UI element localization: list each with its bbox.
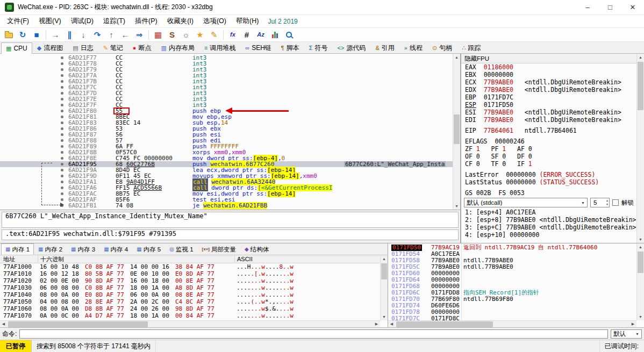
register-row[interactable]: LastError 00000000 (ERROR_SUCCESS)	[461, 171, 636, 178]
register-row[interactable]: ZF 1 PF 1 AF 0	[461, 145, 636, 153]
patches-button[interactable]: ▦	[152, 29, 164, 41]
scroll-left-arrow[interactable]: ◀	[0, 321, 7, 328]
register-row[interactable]: ECX 77B9ABE0 <ntdll.DbgUiRemoteBreakin>	[461, 78, 636, 86]
breakpoint-dot[interactable]	[61, 80, 63, 83]
menu-debug[interactable]: 调试(D)	[66, 15, 98, 27]
breakpoint-dot[interactable]	[61, 181, 63, 183]
stack-hscrollbar[interactable]: ◀ ▶	[388, 320, 636, 327]
animate-into-button[interactable]: ⇒	[133, 29, 146, 41]
step-back-button[interactable]: ←	[119, 29, 132, 41]
tab-graph[interactable]: ◆流程图	[32, 42, 68, 53]
scroll-track[interactable]	[637, 61, 644, 236]
scroll-left-arrow[interactable]: ◀	[388, 321, 395, 328]
tab-symbols[interactable]: Σ符号	[304, 42, 333, 53]
tab-memory-5[interactable]: ▦内存 5	[132, 243, 165, 255]
graph-button[interactable]	[268, 29, 281, 41]
stack-row[interactable]: 0171FD74D60FE6D6	[388, 303, 636, 309]
dump-row[interactable]: 77AF10700A 00 0C 00A4 D7 AF 7718 00 1A 0…	[0, 312, 380, 319]
menu-file[interactable]: 文件(F)	[2, 15, 34, 27]
registers-pane[interactable]: 隐藏FPU EAX 01186000EBX 00000000ECX 77B9AB…	[461, 54, 644, 243]
breakpoint-dot[interactable]	[61, 163, 63, 166]
breakpoint-dot[interactable]	[61, 133, 63, 136]
menu-help[interactable]: 帮助(H)	[231, 15, 263, 27]
breakpoint-dot[interactable]	[61, 192, 63, 195]
open-file-button[interactable]	[2, 29, 15, 41]
argument-row[interactable]: 4: [esp+10] 00000000	[461, 231, 636, 239]
stack-row[interactable]: 0171FD7077B69F80ntdll.77B69F80	[388, 296, 636, 303]
register-row[interactable]: EIP 77B64061 ntdll.77B64061	[461, 127, 636, 134]
stack-row[interactable]: 0171FD5C77B9ABE0ntdll.77B9ABE0	[388, 264, 636, 270]
registers-scrollbar[interactable]: ▲ ▼	[636, 54, 644, 243]
settings-button[interactable]: ☼	[180, 29, 192, 41]
argument-row[interactable]: 2: [esp+8] 77B9ABE0 <ntdll.DbgUiRemoteBr…	[461, 216, 636, 224]
pause-button[interactable]: ∥	[63, 29, 76, 41]
stack-row[interactable]: 0171FD6400000000	[388, 277, 636, 283]
scroll-down-arrow[interactable]: ▼	[637, 236, 644, 243]
hide-fpu-button[interactable]: 隐藏FPU	[461, 54, 644, 63]
stepper-arrows[interactable]: ▲▼	[606, 199, 609, 206]
scroll-thumb[interactable]	[454, 114, 460, 144]
tab-trace[interactable]: ∴跟踪	[457, 42, 485, 53]
favourites-button[interactable]: ★	[194, 29, 206, 41]
stop-button[interactable]: ■	[30, 29, 43, 41]
command-input[interactable]	[19, 329, 608, 339]
scroll-thumb[interactable]	[381, 263, 387, 279]
menu-favourites[interactable]: 收藏夹(I)	[162, 15, 198, 27]
stack-row[interactable]: 0171FD5077B9AC19返回到 ntdll.77B9AC19 自 ntd…	[388, 245, 636, 251]
notes-button[interactable]: ✎	[207, 29, 220, 41]
register-row[interactable]: ESP 0171FD50	[461, 101, 636, 109]
dump-hscrollbar[interactable]: ◀ ▶	[0, 320, 380, 327]
disassembly-pane[interactable]: 6AD21F77CCint36AD21F78CCint36AD21F79CCin…	[0, 54, 461, 210]
command-combo[interactable]: 默认 ▼	[611, 329, 642, 339]
dump-row[interactable]: 77AF103006 00 08 00C0 8B AF 7718 00 1A 0…	[0, 284, 380, 291]
step-into-button[interactable]: ↓	[77, 29, 90, 41]
register-row[interactable]: EFLAGS 00000246	[461, 138, 636, 145]
argument-row[interactable]: 1: [esp+4] A0C17EEA	[461, 209, 636, 216]
scroll-up-arrow[interactable]: ▲	[453, 54, 460, 61]
calculator-button[interactable]: fx	[226, 29, 239, 41]
menu-trace[interactable]: 追踪(T)	[98, 15, 130, 27]
tab-script[interactable]: ¶脚本	[276, 42, 304, 53]
register-row[interactable]: EAX 01186000	[461, 63, 636, 71]
search-button[interactable]	[282, 29, 295, 41]
breakpoint-dot[interactable]	[61, 68, 63, 71]
dump-row[interactable]: 77AF102002 00 0E 0090 8D AF 7716 00 18 0…	[0, 277, 380, 284]
breakpoint-dot[interactable]	[61, 186, 63, 189]
tab-memory-map[interactable]: ▥内存布局	[156, 42, 199, 53]
disasm-scrollbar[interactable]: ▲ ▼	[453, 54, 460, 210]
dump-row[interactable]: 77AF101016 00 12 1880 5B AF 770E 00 10 0…	[0, 270, 380, 277]
maximize-button[interactable]: □	[599, 0, 621, 15]
scroll-thumb[interactable]	[638, 62, 643, 110]
restart-button[interactable]: ↻	[16, 29, 29, 41]
tab-threads[interactable]: »线程	[399, 42, 427, 53]
menu-view[interactable]: 视图(V)	[34, 15, 66, 27]
scroll-track[interactable]	[395, 321, 629, 328]
tab-watch-1[interactable]: ◎监视 1	[165, 243, 197, 255]
scroll-up-arrow[interactable]: ▲	[637, 243, 644, 250]
scroll-up-arrow[interactable]: ▲	[381, 255, 388, 262]
breakpoint-dot[interactable]	[61, 145, 63, 148]
scroll-track[interactable]	[7, 321, 373, 328]
register-row[interactable]: ESI 77B9ABE0 <ntdll.DbgUiRemoteBreakin>	[461, 109, 636, 116]
register-row[interactable]: EDI 77B9ABE0 <ntdll.DbgUiRemoteBreakin>	[461, 116, 636, 124]
memory-dump-pane[interactable]: ▦内存 1▦内存 2▦内存 3▦内存 4▦内存 5◎监视 1[x=]局部变量◆结…	[0, 243, 388, 327]
tab-memory-3[interactable]: ▦内存 3	[67, 243, 99, 255]
breakpoint-dot[interactable]	[61, 139, 63, 142]
tab-seh-chain[interactable]: ∞SEH链	[240, 42, 276, 53]
dump-row[interactable]: 77AF100016 00 10 48C0 8B AF 7714 00 00 1…	[0, 263, 380, 270]
dump-scrollbar[interactable]: ▲ ▼	[380, 255, 388, 320]
breakpoint-dot[interactable]	[61, 169, 63, 171]
argument-row[interactable]: 3: [esp+C] 77B9ABE0 <ntdll.DbgUiRemoteBr…	[461, 224, 636, 231]
scroll-down-arrow[interactable]: ▼	[637, 313, 644, 320]
scroll-right-arrow[interactable]: ▶	[373, 321, 380, 328]
breakpoint-dot[interactable]	[61, 151, 63, 154]
scroll-track[interactable]	[381, 262, 388, 313]
disasm-row[interactable]: 6AD21FB174 08je wechatwin.6AD21FBB	[0, 203, 453, 209]
tab-memory-4[interactable]: ▦内存 4	[99, 243, 132, 255]
tab-references[interactable]: &引用	[370, 42, 399, 53]
tab-breakpoints[interactable]: ●断点	[128, 42, 156, 53]
run-button[interactable]: →	[49, 29, 62, 41]
scylla-button[interactable]: S	[166, 29, 178, 41]
tab-memory-1[interactable]: ▦内存 1	[1, 243, 34, 255]
crc-button[interactable]: #	[240, 29, 253, 41]
